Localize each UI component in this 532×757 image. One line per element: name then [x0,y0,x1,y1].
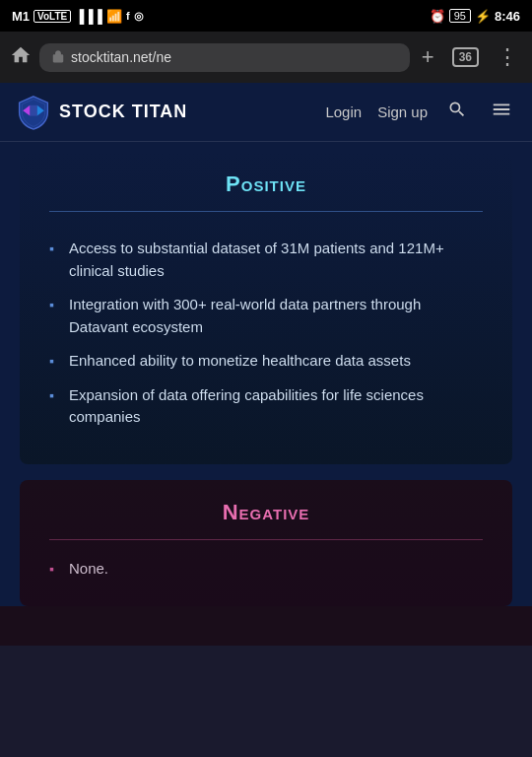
tab-count[interactable]: 36 [452,47,479,67]
positive-bullet-list: Access to substantial dataset of 31M pat… [49,232,483,435]
url-bar[interactable]: stocktitan.net/ne [39,43,410,72]
more-menu-button[interactable]: ⋮ [493,40,522,74]
list-item: Access to substantial dataset of 31M pat… [49,232,483,288]
facebook-icon: f [126,10,130,22]
positive-title: Positive [49,172,483,197]
status-right: ⏰ 95 ⚡ 8:46 [430,9,520,24]
wifi-icon: 📶 [106,9,122,24]
negative-section: Negative None. [20,480,512,606]
signup-link[interactable]: Sign up [377,103,428,120]
negative-title: Negative [49,500,483,525]
alarm-icon: ⏰ [430,9,445,24]
nav-links: Login Sign up [325,95,516,129]
volte-badge: VoLTE [33,10,71,23]
section-gap [0,464,532,480]
nav-bar: STOCK TITAN Login Sign up [0,83,532,142]
search-icon[interactable] [443,96,471,128]
list-item: Expansion of data offering capabilities … [49,378,483,435]
instagram-icon: ◎ [134,10,144,23]
menu-icon[interactable] [487,95,516,129]
signal-icon: ▐▐▐ [75,9,102,24]
none-text: None. [49,560,483,577]
home-button[interactable] [10,44,32,71]
list-item: Enhanced ability to monetize healthcare … [49,344,483,378]
top-spacer [0,142,532,152]
status-carrier: M1 VoLTE ▐▐▐ 📶 f ◎ [12,9,144,24]
logo-text: STOCK TITAN [59,102,187,122]
bottom-spacer [0,606,532,646]
login-link[interactable]: Login [325,103,362,120]
carrier-text: M1 [12,9,30,24]
list-item: Integration with 300+ real-world data pa… [49,288,483,344]
logo-area: STOCK TITAN [16,95,325,130]
url-security-icon [51,49,65,66]
logo-icon [16,95,51,130]
charging-icon: ⚡ [475,9,491,24]
browser-bar: stocktitan.net/ne + 36 ⋮ [0,32,532,83]
positive-divider [49,211,483,212]
browser-actions: + 36 ⋮ [418,40,522,74]
negative-divider [49,539,483,540]
add-tab-button[interactable]: + [418,40,438,74]
positive-section: Positive Access to substantial dataset o… [20,152,512,464]
url-text: stocktitan.net/ne [71,49,171,65]
time-display: 8:46 [495,9,520,24]
battery-level: 95 [449,9,471,23]
status-bar: M1 VoLTE ▐▐▐ 📶 f ◎ ⏰ 95 ⚡ 8:46 [0,0,532,32]
main-content: Positive Access to substantial dataset o… [0,142,532,646]
